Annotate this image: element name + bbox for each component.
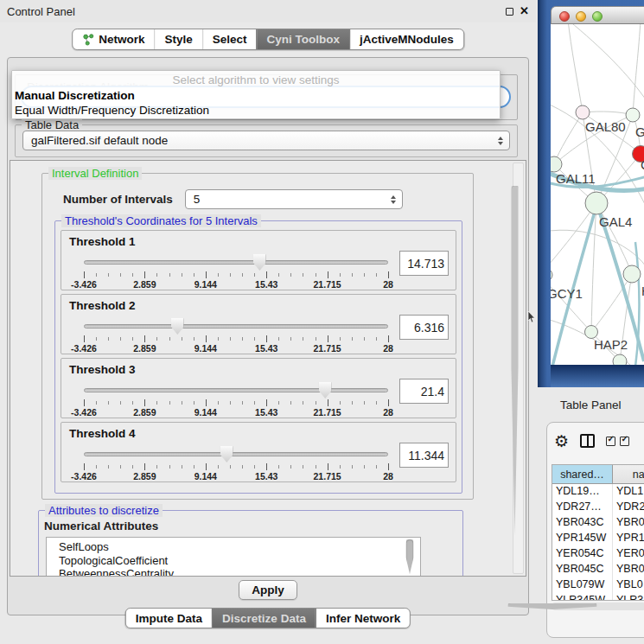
list-item[interactable]: SelfLoops xyxy=(59,540,420,554)
slider-thumb[interactable] xyxy=(171,318,184,335)
table-cell[interactable]: YLR345W xyxy=(552,593,613,601)
table-cell[interactable]: YBR043C xyxy=(552,515,613,531)
threshold-3-slider[interactable]: -3.4262.8599.14415.4321.71528 xyxy=(82,382,390,417)
tab-style[interactable]: Style xyxy=(154,29,201,49)
float-window-icon[interactable] xyxy=(506,8,513,16)
table-row[interactable]: YBR043CYBR0 xyxy=(552,515,644,531)
threshold-value-field[interactable]: 21.4 xyxy=(399,379,449,404)
node-label: GA xyxy=(635,124,644,139)
control-panel: Control Panel ✕ Network Style Select Cyn… xyxy=(0,0,536,644)
tab-label: jActiveMNodules xyxy=(360,33,454,46)
checkbox-checked-icon[interactable] xyxy=(606,437,615,446)
combo-arrows-icon xyxy=(498,137,503,145)
threshold-value-field[interactable]: 6.316 xyxy=(399,315,449,340)
table-cell[interactable]: YDR2 xyxy=(613,500,644,515)
network-node[interactable] xyxy=(585,192,608,214)
network-canvas[interactable]: GAL80GACGAL11GAL4GCY1HHAP2 xyxy=(551,24,644,365)
panel-title: Control Panel xyxy=(7,5,75,18)
threshold-coordinates-group: Threshold's Coordinates for 5 Intervals … xyxy=(54,220,462,494)
column-header-shared-name[interactable]: shared… xyxy=(552,465,613,483)
checkbox-checked-icon[interactable] xyxy=(620,437,629,446)
table-row[interactable]: YER054CYER0 xyxy=(552,546,644,562)
vertical-scrollbar[interactable] xyxy=(513,163,524,574)
threshold-1-slider[interactable]: -3.4262.8599.14415.4321.71528 xyxy=(82,254,390,289)
tab-impute-data[interactable]: Impute Data xyxy=(126,609,212,628)
threshold-value-field[interactable]: 14.713 xyxy=(399,251,449,276)
popup-item-equal-width-frequency[interactable]: Equal Width/Frequency Discretization xyxy=(14,104,496,117)
settings-gear-icon[interactable]: ⚙ xyxy=(554,432,569,450)
network-node[interactable] xyxy=(626,108,640,122)
tab-infer-network[interactable]: Infer Network xyxy=(316,609,410,628)
table-cell[interactable]: YER0 xyxy=(613,546,644,562)
table-cell[interactable]: YLR3 xyxy=(613,593,644,601)
horizontal-scrollbar[interactable] xyxy=(552,603,644,610)
tab-network[interactable]: Network xyxy=(73,29,154,49)
threshold-2-slider[interactable]: -3.4262.8599.14415.4321.71528 xyxy=(82,318,390,353)
tab-label: Style xyxy=(164,33,192,46)
numerical-attributes-list[interactable]: SelfLoops TopologicalCoefficient Between… xyxy=(46,537,421,577)
table-cell[interactable]: YBL0 xyxy=(613,577,644,593)
table-cell[interactable]: YPR1 xyxy=(613,531,644,546)
number-of-intervals-combobox[interactable]: 5 xyxy=(185,189,403,209)
column-header-name[interactable]: name xyxy=(613,465,644,483)
table-row[interactable]: YLR345WYLR3 xyxy=(552,593,644,601)
split-columns-icon[interactable] xyxy=(580,434,595,448)
table-data-combobox[interactable]: galFiltered.sif default node xyxy=(22,131,510,150)
slider-track xyxy=(84,260,388,265)
slider-thumb[interactable] xyxy=(253,254,266,271)
close-icon[interactable]: ✕ xyxy=(520,7,529,16)
tab-label: Discretize Data xyxy=(222,612,306,625)
threshold-4-slider[interactable]: -3.4262.8599.14415.4321.71528 xyxy=(82,446,390,481)
threshold-3-box: Threshold 3 -3.4262.8599.14415.4321.7152… xyxy=(61,358,456,418)
tab-select[interactable]: Select xyxy=(202,29,257,49)
list-item[interactable]: BetweennessCentrality xyxy=(59,567,420,577)
cyni-toolbox-panel: Discretization Algorithm Select algorith… xyxy=(7,57,529,615)
minimize-traffic-light-icon[interactable] xyxy=(576,11,586,22)
table-row[interactable]: YBL079WYBL0 xyxy=(552,577,644,593)
group-title: Table Data xyxy=(22,118,82,131)
threshold-value-field[interactable]: 11.344 xyxy=(399,443,449,468)
zoom-traffic-light-icon[interactable] xyxy=(592,11,603,22)
table-cell[interactable]: YDL19… xyxy=(552,484,613,500)
close-traffic-light-icon[interactable] xyxy=(559,11,570,22)
list-item[interactable]: TopologicalCoefficient xyxy=(59,554,420,568)
table-cell[interactable]: YER054C xyxy=(552,546,613,562)
table-cell[interactable]: YPR145W xyxy=(552,531,613,546)
table-cell[interactable]: YDR27… xyxy=(552,500,613,515)
network-node[interactable] xyxy=(613,354,627,365)
tab-cyni-toolbox[interactable]: Cyni Toolbox xyxy=(257,29,350,49)
slider-track xyxy=(84,388,388,392)
network-node[interactable] xyxy=(576,105,590,119)
network-node[interactable] xyxy=(551,269,552,281)
table-cell[interactable]: YBR0 xyxy=(613,515,644,531)
table-cell[interactable]: YBR0 xyxy=(613,562,644,577)
popup-item-manual-discretization[interactable]: Manual Discretization xyxy=(14,89,496,102)
combo-value: 5 xyxy=(194,193,201,206)
settings-scroll-panel: Interval Definition Number of Intervals … xyxy=(10,160,526,577)
node-label: GAL80 xyxy=(585,119,626,134)
network-window-titlebar[interactable] xyxy=(551,6,644,24)
slider-thumb[interactable] xyxy=(220,446,233,462)
table-cell[interactable]: YBL079W xyxy=(552,577,613,593)
group-title: Attributes to discretize xyxy=(45,504,163,517)
slider-tick-labels: -3.4262.8599.14415.4321.71528 xyxy=(84,343,388,353)
table-row[interactable]: YBR045CYBR0 xyxy=(552,562,644,577)
table-cell[interactable]: YBR045C xyxy=(552,562,613,577)
list-scrollbar[interactable] xyxy=(410,539,418,577)
table-row[interactable]: YDL19…YDL1 xyxy=(552,484,644,500)
scrollbar-thumb[interactable] xyxy=(512,186,519,535)
table-row[interactable]: YDR27…YDR2 xyxy=(552,500,644,515)
table-row[interactable]: YPR145WYPR1 xyxy=(552,531,644,546)
threshold-label: Threshold 3 xyxy=(69,363,136,376)
tab-discretize-data[interactable]: Discretize Data xyxy=(212,609,316,628)
table-cell[interactable]: YDL1 xyxy=(613,484,644,500)
apply-button[interactable]: Apply xyxy=(239,580,297,600)
slider-thumb[interactable] xyxy=(319,382,332,399)
network-node[interactable] xyxy=(551,156,562,172)
slider-track xyxy=(84,324,388,328)
combo-value: galFiltered.sif default node xyxy=(31,134,168,147)
table-panel: Table Panel ⚙ shared… name YDL19…YDL1YDR… xyxy=(538,387,644,644)
network-node[interactable] xyxy=(623,265,641,283)
tab-jactivemnodules[interactable]: jActiveMNodules xyxy=(349,29,463,49)
node-attribute-table: shared… name YDL19…YDL1YDR27…YDR2YBR043C… xyxy=(552,464,644,601)
